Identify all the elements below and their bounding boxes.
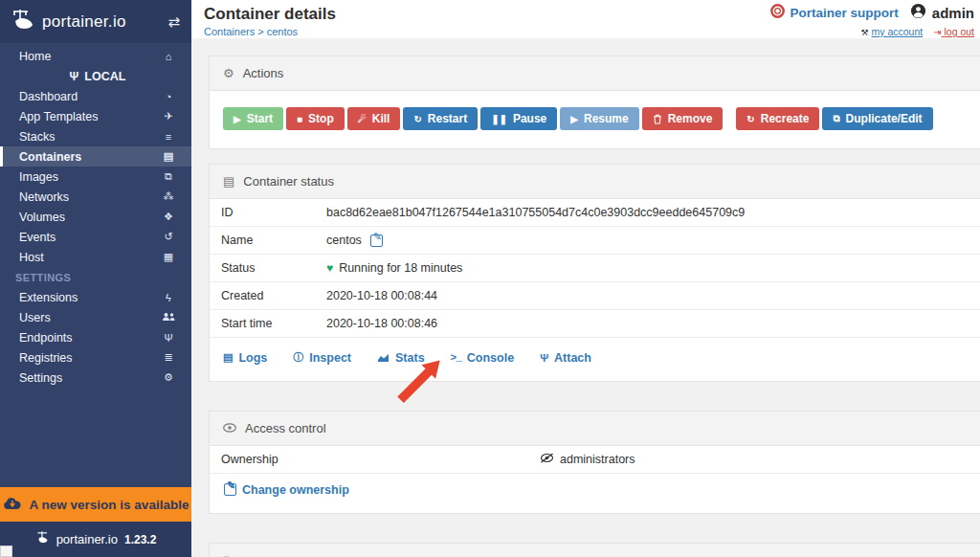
- portainer-app: portainer.io ⇄ Home ⌂ Ψ LOCAL Dashboard …: [0, 0, 980, 557]
- sidebar-item-events[interactable]: Events ↺: [0, 227, 191, 247]
- sitemap-icon: ⁂: [161, 190, 176, 203]
- username[interactable]: admin: [932, 5, 974, 21]
- sidebar-collapse-icon[interactable]: ⇄: [167, 13, 180, 31]
- actions-button-row: ▶ Start ■ Stop ☄ Kill ↻ Restart: [210, 91, 980, 148]
- container-quick-links: ▤ Logs ⓘ Inspect Stats >_: [210, 338, 980, 381]
- sidebar-item-home[interactable]: Home ⌂: [0, 46, 191, 66]
- page-header: Container details Containers>centos Port…: [191, 0, 980, 38]
- sidebar-item-containers[interactable]: Containers ▤: [0, 146, 191, 167]
- sidebar-item-settings[interactable]: Settings ⚙: [0, 368, 191, 388]
- start-time-value: 2020-10-18 00:08:46: [317, 310, 447, 337]
- terminal-icon: >_: [451, 352, 461, 364]
- user-circle-icon: [910, 3, 926, 23]
- sidebar-item-users[interactable]: Users: [0, 307, 191, 327]
- cloud-download-icon: [3, 497, 22, 512]
- sidebar: portainer.io ⇄ Home ⌂ Ψ LOCAL Dashboard …: [0, 0, 191, 557]
- container-status-header: ▤ Container status: [210, 165, 980, 199]
- table-row-id: ID bac8d62eae81b047f1267544e1a310755054d…: [210, 199, 980, 227]
- portainer-whale-icon: [11, 8, 36, 36]
- sidebar-item-extensions[interactable]: Extensions ϟ: [0, 287, 191, 307]
- wrench-icon: ⚒: [861, 28, 869, 37]
- logo-text: portainer.io: [42, 12, 126, 32]
- access-control-panel: Access control Ownership administrators …: [209, 411, 980, 514]
- duplicate-edit-button[interactable]: ⧉ Duplicate/Edit: [822, 107, 932, 130]
- table-row-start-time: Start time 2020-10-18 00:08:46: [210, 310, 980, 338]
- grid-icon: ▦: [161, 251, 176, 263]
- file-text-icon: ▤: [223, 351, 233, 364]
- table-row-status: Status ♥ Running for 18 minutes: [210, 255, 980, 282]
- containers-icon: ▤: [161, 150, 176, 163]
- start-button[interactable]: ▶ Start: [223, 107, 283, 130]
- area-chart-icon: [377, 353, 390, 363]
- sidebar-logo[interactable]: portainer.io ⇄: [0, 0, 191, 43]
- database-icon: ≣: [161, 351, 176, 364]
- create-image-title: Create image: [240, 554, 315, 557]
- table-row-name: Name centos ✎: [210, 227, 980, 255]
- users-icon: [161, 312, 176, 323]
- table-row-created: Created 2020-10-18 00:08:44: [210, 282, 980, 310]
- life-ring-icon: [770, 4, 785, 22]
- kill-button[interactable]: ☄ Kill: [347, 107, 401, 130]
- header-user-area: Portainer support admin ⚒ my account ⇥ l…: [770, 3, 974, 37]
- new-version-banner[interactable]: A new version is available: [0, 487, 191, 522]
- console-link[interactable]: >_ Console: [451, 350, 515, 365]
- sidebar-item-endpoint-local[interactable]: Ψ LOCAL: [0, 66, 191, 86]
- pause-button[interactable]: ❚❚ Pause: [480, 107, 557, 130]
- images-icon: ⧉: [161, 170, 176, 183]
- sidebar-item-networks[interactable]: Networks ⁂: [0, 187, 191, 207]
- breadcrumb-containers-link[interactable]: Containers: [204, 26, 255, 37]
- stop-button[interactable]: ■ Stop: [286, 107, 345, 130]
- trash-icon: [653, 114, 662, 124]
- my-account-link[interactable]: my account: [872, 26, 924, 37]
- edit-ownership-icon: ✎: [224, 483, 236, 496]
- home-icon: ⌂: [161, 51, 176, 62]
- banner-text: A new version is available: [30, 498, 189, 512]
- sidebar-item-app-templates[interactable]: App Templates ✈: [0, 106, 191, 126]
- sidebar-item-registries[interactable]: Registries ≣: [0, 347, 191, 368]
- create-image-header: ⧉ Create image: [210, 544, 980, 557]
- sidebar-item-host[interactable]: Host ▦: [0, 247, 191, 267]
- portainer-support-link[interactable]: Portainer support: [791, 6, 899, 20]
- history-icon: ↺: [161, 231, 176, 243]
- bomb-icon: ☄: [358, 114, 367, 124]
- container-status-panel: ▤ Container status ID bac8d62eae81b047f1…: [209, 164, 980, 382]
- plug-icon: Ψ: [70, 70, 79, 83]
- cubes-icon: ❖: [161, 211, 176, 223]
- change-ownership-link[interactable]: ✎ Change ownership: [221, 483, 349, 497]
- breadcrumb-current[interactable]: centos: [267, 26, 298, 37]
- footer-version: 1.23.2: [124, 533, 156, 546]
- sidebar-item-volumes[interactable]: Volumes ❖: [0, 207, 191, 227]
- heartbeat-icon: ♥: [326, 261, 333, 275]
- container-status-value: Running for 18 minutes: [339, 261, 462, 275]
- restart-button[interactable]: ↻ Restart: [403, 107, 478, 130]
- attach-link[interactable]: Ψ Attach: [540, 350, 591, 365]
- access-control-header: Access control: [210, 412, 980, 446]
- logs-link[interactable]: ▤ Logs: [223, 350, 267, 365]
- container-status-title: Container status: [243, 174, 334, 189]
- sidebar-item-endpoints[interactable]: Endpoints Ψ: [0, 327, 191, 347]
- ownership-value: administrators: [560, 453, 635, 466]
- browser-statusbar-artifact: [0, 546, 12, 557]
- bolt-icon: ϟ: [161, 292, 176, 303]
- stats-link[interactable]: Stats: [377, 350, 425, 365]
- sign-out-icon: ⇥: [933, 27, 941, 37]
- sidebar-item-images[interactable]: Images ⧉: [0, 167, 191, 187]
- actions-panel-header: ⚙ Actions: [210, 56, 980, 91]
- edit-name-icon[interactable]: ✎: [370, 234, 383, 247]
- clone-icon: ⧉: [833, 113, 839, 124]
- inspect-link[interactable]: ⓘ Inspect: [293, 350, 351, 365]
- created-value: 2020-10-18 00:08:44: [317, 282, 447, 309]
- sidebar-item-dashboard[interactable]: Dashboard ◔: [0, 86, 191, 106]
- recreate-button[interactable]: ↻ Recreate: [736, 107, 819, 130]
- list-icon: ≡: [161, 131, 176, 143]
- remove-button[interactable]: Remove: [642, 107, 724, 130]
- gear-icon: ⚙: [161, 371, 176, 384]
- sidebar-item-stacks[interactable]: Stacks ≡: [0, 126, 191, 146]
- info-circle-icon: ⓘ: [293, 350, 303, 365]
- log-out-link[interactable]: ⇥ log out: [933, 26, 974, 37]
- sidebar-section-settings: SETTINGS: [0, 267, 191, 287]
- cogs-icon: ⚙: [223, 66, 234, 80]
- plug-icon: Ψ: [161, 332, 176, 344]
- resume-button[interactable]: ▶ Resume: [560, 107, 638, 130]
- refresh-icon: ↻: [413, 114, 421, 124]
